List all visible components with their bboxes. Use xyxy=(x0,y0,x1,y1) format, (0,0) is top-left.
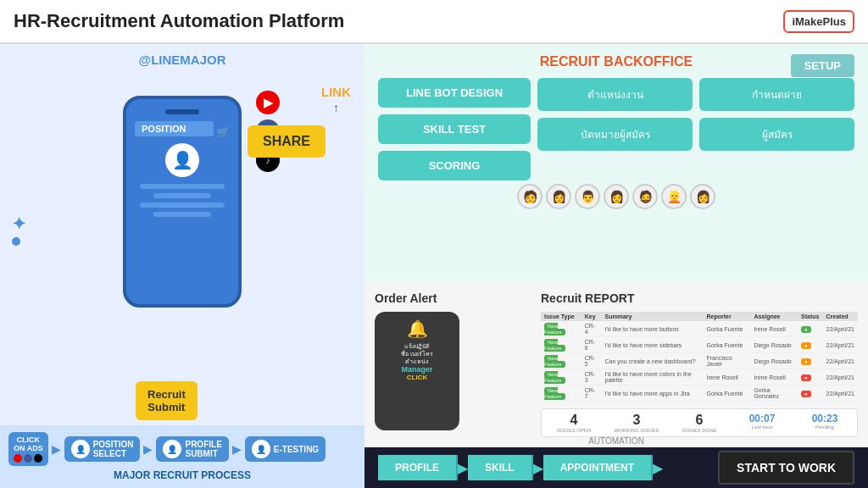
applicant-thai-button[interactable]: ผู้สมัคร xyxy=(699,118,854,151)
phone-line-2 xyxy=(153,193,210,198)
step-click-ads[interactable]: CLICK ON ADS xyxy=(8,432,48,466)
stats-row: 4 ISSUES OPEN 3 WORKING ISSUES 6 ISSUES … xyxy=(541,408,858,437)
table-row: New Feature CR-7 I'd like to have more a… xyxy=(541,385,858,402)
arrow-1: ▶ xyxy=(52,442,61,456)
col-summary: Summary xyxy=(602,312,704,321)
phone-position-label: POSITION xyxy=(135,121,214,136)
col-reporter: Reporter xyxy=(704,312,751,321)
manager-label: Manager xyxy=(401,365,432,374)
avatar-2: 👩 xyxy=(546,184,571,209)
cross-icon: ✦ xyxy=(12,214,26,234)
stat-done: 6 ISSUES DONE xyxy=(670,413,728,433)
avatar-3: 👨 xyxy=(575,184,600,209)
stat-time2: 00:23 Pending xyxy=(796,413,854,433)
menu-buttons: LINE BOT DESIGN SKILL TEST SCORING xyxy=(378,78,531,180)
position-thai-button[interactable]: ตำแหน่งงาน xyxy=(537,78,693,111)
small-fb xyxy=(24,454,32,463)
skill-test-button[interactable]: SKILL TEST xyxy=(378,114,531,144)
avatar-6: 👱 xyxy=(661,184,687,209)
skill-flow-button[interactable]: SKILL xyxy=(468,455,533,480)
line-bot-design-button[interactable]: LINE BOT DESIGN xyxy=(378,78,531,108)
backoffice-section: RECRUIT BACKOFFICE SETUP LINE BOT DESIGN… xyxy=(364,44,868,281)
position-icon: 👤 xyxy=(71,440,90,458)
step-profile-submit[interactable]: 👤 PROFILESUBMIT xyxy=(156,436,228,462)
profile-icon: 👤 xyxy=(163,440,181,458)
alert-text-lines: แจ้งปฏิบัติ ชื่อ เบอร์โทร ตำแหน่ง xyxy=(401,342,433,365)
table-row: New Feature CR-3 I'd like to have more c… xyxy=(541,369,858,385)
avatar: 👤 xyxy=(165,143,199,177)
stat-open: 4 ISSUES OPEN xyxy=(545,413,603,433)
line-label: @LINEMAJOR xyxy=(8,53,356,67)
youtube-icon[interactable]: ▶ xyxy=(256,91,280,114)
main-layout: @LINEMAJOR ▶ f ♪ LINK ↑ SHARE POSITION 🛒… xyxy=(0,44,868,488)
arrow-3: ▶ xyxy=(232,442,242,456)
right-panel: RECRUIT BACKOFFICE SETUP LINE BOT DESIGN… xyxy=(364,44,868,488)
setup-button[interactable]: SETUP xyxy=(791,54,854,77)
avatar-4: 👩 xyxy=(604,184,629,209)
click-label[interactable]: CLICK xyxy=(407,374,427,381)
avatars-row: 🧑 👩 👨 👩 🧔 👱 👩 xyxy=(378,184,854,209)
flow-arrow-2: ▶ xyxy=(533,460,543,476)
step-position-select[interactable]: 👤 POSITIONSELECT xyxy=(64,436,141,462)
avatar-7: 👩 xyxy=(690,184,715,209)
logo: iMakePlus xyxy=(783,10,854,33)
stat-time1: 00:07 Last hour xyxy=(733,413,791,433)
arrow-2: ▶ xyxy=(143,442,153,456)
share-button[interactable]: SHARE xyxy=(248,125,326,158)
process-steps: CLICK ON ADS ▶ 👤 POSITIONSELECT ▶ 👤 xyxy=(8,432,356,466)
backoffice-grid: LINE BOT DESIGN SKILL TEST SCORING ตำแหน… xyxy=(378,78,854,180)
notes-thai-button[interactable]: บัตหมายผู้สมัคร xyxy=(537,118,693,151)
col-status: Status xyxy=(798,312,822,321)
recruit-submit-button[interactable]: Recruit Submit xyxy=(136,381,198,420)
testing-icon: 👤 xyxy=(252,440,270,458)
avatar-5: 🧔 xyxy=(632,184,658,209)
department-thai-button[interactable]: กำหนดผ่าย xyxy=(699,78,854,111)
report-table: Issue Type Key Summary Reporter Assignee… xyxy=(541,312,858,402)
col-created: Created xyxy=(822,312,858,321)
alert-phone: 🔔 แจ้งปฏิบัติ ชื่อ เบอร์โทร ตำแหน่ง Mana… xyxy=(375,312,459,430)
col-key: Key xyxy=(581,312,602,321)
avatar-1: 🧑 xyxy=(517,184,542,209)
dot-icon xyxy=(12,237,20,246)
flow-arrow-1: ▶ xyxy=(458,460,468,476)
left-panel: @LINEMAJOR ▶ f ♪ LINK ↑ SHARE POSITION 🛒… xyxy=(0,44,364,488)
process-label: MAJOR RECRUIT PROCESS xyxy=(8,469,356,481)
stat-working: 3 WORKING ISSUES xyxy=(608,413,665,433)
decorative-dots: ✦ xyxy=(12,214,26,249)
table-row: New Feature CR-4 I'd like to have more b… xyxy=(541,321,858,337)
col-assignee: Assignee xyxy=(750,312,798,321)
report-title: Recruit REPORT xyxy=(541,291,858,305)
phone-position-bar: POSITION 🛒 xyxy=(135,121,230,143)
table-row: New Feature CR-5 Can you create a new da… xyxy=(541,353,858,369)
page-title: HR-Recruitment Automation Platform xyxy=(14,10,344,32)
process-bar: CLICK ON ADS ▶ 👤 POSITIONSELECT ▶ 👤 xyxy=(0,425,364,488)
flow-steps: PROFILE ▶ SKILL ▶ APPOINTMENT ▶ xyxy=(378,455,663,480)
automation-label: AUTOMATION xyxy=(588,436,644,446)
bell-icon: 🔔 xyxy=(407,319,428,339)
phone: POSITION 🛒 👤 xyxy=(123,96,242,308)
automation-bar: PROFILE ▶ SKILL ▶ APPOINTMENT ▶ START TO… xyxy=(364,447,868,488)
appointment-flow-button[interactable]: APPOINTMENT xyxy=(543,455,653,480)
scoring-button[interactable]: SCORING xyxy=(378,151,531,180)
col-issue-type: Issue Type xyxy=(541,312,581,321)
small-yt xyxy=(14,454,22,463)
phone-line-1 xyxy=(140,184,225,189)
phone-notch xyxy=(165,109,199,114)
order-alert-title: Order Alert xyxy=(375,291,527,305)
flow-arrow-3: ▶ xyxy=(653,460,663,476)
social-small-icons xyxy=(14,454,42,463)
small-tk xyxy=(34,454,42,463)
table-row: New Feature CR-6 I'd like to have more s… xyxy=(541,337,858,353)
profile-flow-button[interactable]: PROFILE xyxy=(378,455,458,480)
cart-icon: 🛒 xyxy=(217,126,230,138)
thai-col-2: กำหนดผ่าย ผู้สมัคร xyxy=(699,78,854,180)
header: HR-Recruitment Automation Platform iMake… xyxy=(0,0,868,44)
backoffice-title: RECRUIT BACKOFFICE xyxy=(378,54,854,69)
step-e-testing[interactable]: 👤 E-TESTING xyxy=(245,436,326,462)
phone-line-4 xyxy=(153,212,210,217)
thai-col-1: ตำแหน่งงาน บัตหมายผู้สมัคร xyxy=(537,78,693,180)
phone-line-3 xyxy=(140,202,225,208)
link-label: LINK xyxy=(321,85,351,99)
start-to-work-button[interactable]: START TO WORK xyxy=(718,451,854,485)
